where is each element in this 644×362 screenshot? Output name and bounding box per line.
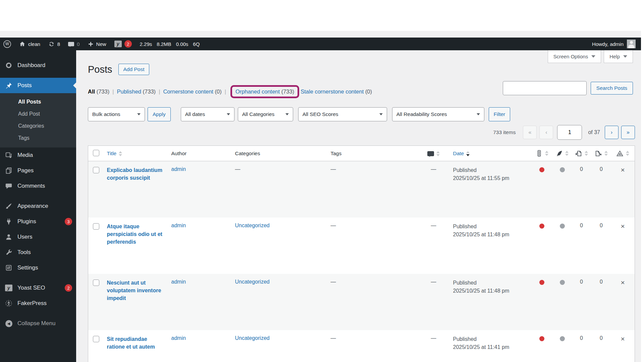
yoast-admin-bar-menu[interactable]: y 2 xyxy=(114,40,132,48)
plus-icon xyxy=(88,41,94,47)
seo-score-bad-icon xyxy=(539,336,544,341)
seo-score-bad-icon xyxy=(539,167,544,172)
users-icon xyxy=(5,233,13,241)
sidebar-item-tools[interactable]: Tools xyxy=(0,245,76,260)
help-tab[interactable]: Help xyxy=(604,50,633,63)
column-header-title[interactable]: Title xyxy=(104,146,169,161)
column-header-comments[interactable] xyxy=(417,146,450,161)
user-avatar[interactable] xyxy=(627,40,636,48)
comments-menu[interactable]: 0 xyxy=(68,41,79,47)
select-all-checkbox[interactable] xyxy=(93,150,99,156)
all-readability-scores-select[interactable]: All Readability Scores xyxy=(392,107,484,121)
outgoing-links-count: 0 xyxy=(600,279,603,285)
submenu-item-tags[interactable]: Tags xyxy=(0,132,76,144)
qm-dbtime: 0.00s xyxy=(176,41,189,47)
post-date: 2025/10/25 at 11:48 pm xyxy=(453,288,509,294)
column-header-readability[interactable] xyxy=(553,146,572,161)
select-chevron-icon xyxy=(477,113,480,115)
search-posts-button[interactable]: Search Posts xyxy=(591,82,633,95)
row-checkbox[interactable] xyxy=(93,336,99,342)
all-categories-select[interactable]: All Categories xyxy=(238,107,293,121)
post-title-link[interactable]: Explicabo laudantium corporis suscipit xyxy=(107,166,166,182)
view-stale-cornerstone-content[interactable]: Stale cornerstone content (0) xyxy=(301,88,372,95)
seo-score-bad-icon xyxy=(539,224,544,229)
wordpress-logo-menu[interactable]: W xyxy=(3,40,11,48)
post-title-link[interactable]: Atque itaque perspiciatis odio ut et per… xyxy=(107,223,166,246)
sidebar-item-plugins[interactable]: Plugins 3 xyxy=(0,214,76,229)
sidebar-item-pages[interactable]: Pages xyxy=(0,163,76,178)
next-page-button[interactable]: › xyxy=(605,126,619,139)
author-link[interactable]: admin xyxy=(171,166,186,172)
all-dates-select[interactable]: All dates xyxy=(181,107,234,121)
page-title: Posts xyxy=(88,64,112,75)
view-orphaned-content-highlighted[interactable]: Orphaned content (733) xyxy=(230,85,299,98)
sort-arrows-icon xyxy=(585,151,588,156)
column-header-incoming-links[interactable] xyxy=(572,146,592,161)
submenu-item-all-posts[interactable]: All Posts xyxy=(0,96,76,108)
sidebar-item-users[interactable]: Users xyxy=(0,229,76,245)
sidebar-item-appearance[interactable]: Appearance xyxy=(0,198,76,214)
readability-na-icon xyxy=(560,167,565,172)
sidebar-item-fakerpress[interactable]: FakerPress xyxy=(0,296,76,311)
screen-options-tab[interactable]: Screen Options xyxy=(548,50,601,63)
comments-bubble-icon xyxy=(68,42,74,46)
category-link[interactable]: Uncategorized xyxy=(235,279,270,285)
view-published[interactable]: Published (733) xyxy=(117,88,156,95)
bulk-actions-select[interactable]: Bulk actions xyxy=(88,107,145,121)
column-header-seo-score[interactable] xyxy=(531,146,553,161)
chevron-down-icon xyxy=(623,55,627,58)
sidebar-item-settings[interactable]: Settings xyxy=(0,260,76,276)
row-checkbox[interactable] xyxy=(93,280,99,286)
main-content: Screen Options Help Posts Add Post Searc… xyxy=(76,50,641,362)
column-header-date[interactable]: Date xyxy=(450,146,531,161)
last-page-button[interactable]: » xyxy=(621,126,635,139)
post-row: Nesciunt aut ut voluptatem inventore imp… xyxy=(88,274,635,330)
howdy-menu[interactable]: Howdy, admin xyxy=(592,41,624,47)
fakerpress-icon xyxy=(5,299,13,307)
author-link[interactable]: admin xyxy=(171,279,186,285)
previous-page-button[interactable]: ‹ xyxy=(539,126,553,139)
qm-queries: 6Q xyxy=(193,41,200,47)
sidebar-item-dashboard[interactable]: Dashboard xyxy=(0,58,76,73)
author-link[interactable]: admin xyxy=(171,335,186,341)
submenu-item-add-post[interactable]: Add Post xyxy=(0,108,76,120)
submenu-item-categories[interactable]: Categories xyxy=(0,120,76,132)
add-post-button[interactable]: Add Post xyxy=(118,64,150,75)
sidebar-item-posts[interactable]: Posts xyxy=(0,78,76,93)
pagination: 733 items « ‹ of 37 › » xyxy=(88,125,635,140)
row-checkbox[interactable] xyxy=(93,167,99,173)
new-content-menu[interactable]: New xyxy=(88,41,106,47)
author-link[interactable]: admin xyxy=(171,223,186,228)
first-page-button[interactable]: « xyxy=(523,126,537,139)
filter-button[interactable]: Filter xyxy=(489,107,510,121)
post-title-link[interactable]: Nesciunt aut ut voluptatem inventore imp… xyxy=(107,279,166,302)
all-seo-scores-select[interactable]: All SEO Scores xyxy=(298,107,387,121)
apply-button[interactable]: Apply xyxy=(148,107,171,121)
column-header-cornerstone[interactable] xyxy=(611,146,635,161)
sidebar-item-media[interactable]: Media xyxy=(0,147,76,163)
column-header-outgoing-links[interactable] xyxy=(592,146,611,161)
category-link[interactable]: Uncategorized xyxy=(235,223,270,228)
collapse-menu-button[interactable]: ◀ Collapse Menu xyxy=(0,316,76,331)
view-all[interactable]: All (733) xyxy=(88,88,109,95)
post-title-link[interactable]: Sit repudiandae ratione et ut autem xyxy=(107,335,166,351)
view-cornerstone-content[interactable]: Cornerstone content (0) xyxy=(163,88,221,95)
post-row: Atque itaque perspiciatis odio ut et per… xyxy=(88,218,635,274)
category-link[interactable]: Uncategorized xyxy=(235,335,270,341)
updates-menu[interactable]: 8 xyxy=(48,41,60,47)
qm-memory: 8.2MB xyxy=(157,41,171,47)
tools-wrench-icon xyxy=(5,248,13,256)
sidebar-item-yoast-seo[interactable]: y Yoast SEO 2 xyxy=(0,280,76,296)
browser-top-whitespace xyxy=(0,0,641,38)
search-input[interactable] xyxy=(503,81,587,95)
cornerstone-pyramid-icon xyxy=(616,150,624,157)
site-name-menu[interactable]: clean xyxy=(19,41,40,47)
row-checkbox[interactable] xyxy=(93,223,99,230)
incoming-links-count: 0 xyxy=(580,166,583,172)
current-page-input[interactable] xyxy=(557,125,582,140)
not-cornerstone-icon: × xyxy=(621,166,625,174)
yoast-notification-badge: 2 xyxy=(124,40,132,48)
outgoing-links-count: 0 xyxy=(600,223,603,228)
sidebar-item-comments[interactable]: Comments xyxy=(0,178,76,194)
query-monitor-stats[interactable]: 2.29s 8.2MB 0.00s 6Q xyxy=(140,41,200,47)
